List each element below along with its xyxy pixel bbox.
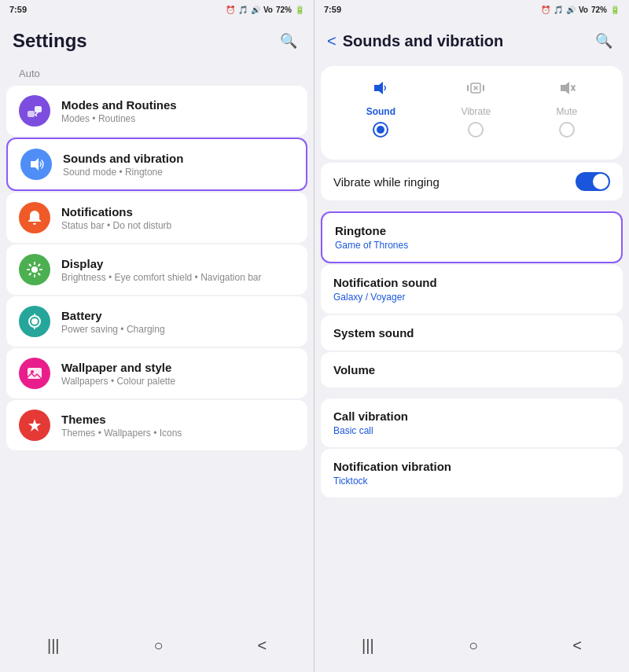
wallpaper-text: Wallpaper and style Wallpapers • Colour … [61,361,295,387]
sound-mode-card: Sound Vibrate [321,66,623,160]
sound-tab-sound-radio [373,122,388,138]
auto-item: Auto [6,63,307,84]
search-button[interactable]: 🔍 [276,28,301,53]
sidebar-item-wallpaper[interactable]: Wallpaper and style Wallpapers • Colour … [6,348,307,398]
sound-tab-mute[interactable]: Mute [557,79,578,138]
back-button[interactable]: < [327,32,337,50]
display-subtitle: Brightness • Eye comfort shield • Naviga… [61,272,295,283]
notifications-subtitle: Status bar • Do not disturb [61,220,295,231]
battery-icon [19,306,50,337]
sound-tab-vibrate-radio [468,122,484,138]
svg-line-6 [30,265,31,266]
sounds-subtitle: Sound mode • Ringtone [63,167,293,178]
nav-home-left[interactable]: ○ [138,632,178,659]
battery-text: Battery Power saving • Charging [61,309,295,335]
sounds-title: Sounds and vibration [63,152,293,165]
sounds-text: Sounds and vibration Sound mode • Ringto… [63,152,293,178]
display-text: Display Brightness • Eye comfort shield … [61,257,295,283]
sound-tab-sound[interactable]: Sound [366,79,395,138]
svg-marker-21 [561,82,569,94]
themes-icon [19,409,50,441]
sound-tab-vibrate-label: Vibrate [461,106,491,117]
nav-menu-right[interactable]: ||| [346,632,390,659]
sound-mode-tabs: Sound Vibrate [333,79,610,138]
notifications-icon [19,202,50,233]
sounds-content: Sound Vibrate [314,60,629,624]
svg-marker-14 [28,419,41,431]
svg-line-8 [39,265,40,266]
notification-vibration-item[interactable]: Notification vibration Ticktock [321,449,623,498]
svg-point-1 [31,266,38,273]
display-icon [19,254,50,285]
bottom-nav-right: ||| ○ < [314,624,629,672]
sidebar-item-notifications[interactable]: Notifications Status bar • Do not distur… [6,193,307,243]
settings-panel: 7:59 ⏰ 🎵 🔊 Vo 72% 🔋 Settings 🔍 Auto [0,0,314,672]
sounds-panel: 7:59 ⏰ 🎵 🔊 Vo 72% 🔋 < Sounds and vibrati… [314,0,629,672]
sidebar-item-modes[interactable]: Modes and Routines Modes • Routines [6,86,307,136]
svg-line-9 [30,274,31,275]
sidebar-item-themes[interactable]: Themes Themes • Wallpapers • Icons [6,400,307,450]
sound-tab-sound-label: Sound [366,106,395,117]
status-icons-right: ⏰ 🎵 🔊 Vo 72% 🔋 [541,6,620,14]
ringtone-subtitle: Game of Thrones [335,240,609,251]
settings-header: Settings 🔍 [0,19,314,60]
sound-tab-vibrate-icon [466,79,485,101]
call-vibration-title: Call vibration [333,409,610,423]
status-bar-right: 7:59 ⏰ 🎵 🔊 Vo 72% 🔋 [314,0,629,19]
volume-item[interactable]: Volume [321,352,623,387]
sound-tab-sound-icon [371,79,390,101]
modes-title: Modes and Routines [61,98,295,112]
nav-home-right[interactable]: ○ [453,632,494,659]
notifications-title: Notifications [61,205,295,218]
notification-sound-item[interactable]: Notification sound Galaxy / Voyager [321,265,623,314]
bottom-nav-left: ||| ○ < [0,624,314,672]
svg-line-7 [39,274,40,275]
vibrate-toggle[interactable] [576,172,610,191]
system-sound-item[interactable]: System sound [321,315,623,351]
notification-vibration-subtitle: Ticktock [333,476,610,487]
svg-point-11 [31,318,38,325]
settings-list: Auto Modes and Routines Modes • Routines [0,60,314,624]
battery-subtitle: Power saving • Charging [61,324,295,335]
status-icons-left: ⏰ 🎵 🔊 Vo 72% 🔋 [226,6,304,14]
svg-marker-0 [31,158,39,171]
wallpaper-subtitle: Wallpapers • Colour palette [61,376,295,387]
nav-back-left[interactable]: < [241,632,282,659]
call-vibration-item[interactable]: Call vibration Basic call [321,398,623,447]
ringtone-item[interactable]: Ringtone Game of Thrones [321,211,623,263]
notification-sound-title: Notification sound [333,276,610,289]
sounds-panel-title: Sounds and vibration [343,32,585,50]
notification-vibration-title: Notification vibration [333,460,610,473]
wallpaper-icon [19,358,50,389]
sound-tab-vibrate[interactable]: Vibrate [461,79,491,138]
nav-back-right[interactable]: < [557,632,598,659]
vibrate-while-ringing-label: Vibrate while ringing [333,175,440,189]
sidebar-item-sounds[interactable]: Sounds and vibration Sound mode • Ringto… [6,138,307,191]
modes-icon [19,95,50,127]
volume-title: Volume [333,363,610,376]
status-bar-left: 7:59 ⏰ 🎵 🔊 Vo 72% 🔋 [0,0,314,19]
notifications-text: Notifications Status bar • Do not distur… [61,205,295,231]
modes-text: Modes and Routines Modes • Routines [61,98,295,124]
sounds-icon [20,149,52,180]
battery-title: Battery [61,309,295,322]
nav-menu-left[interactable]: ||| [31,632,75,659]
notification-sound-subtitle: Galaxy / Voyager [333,292,610,303]
themes-subtitle: Themes • Wallpapers • Icons [61,428,295,439]
time-left: 7:59 [9,5,27,14]
sounds-search-button[interactable]: 🔍 [591,28,616,53]
vibrate-while-ringing-row[interactable]: Vibrate while ringing [321,163,623,200]
display-title: Display [61,257,295,270]
wallpaper-title: Wallpaper and style [61,361,295,374]
time-right: 7:59 [324,5,341,14]
settings-title: Settings [13,30,87,52]
sound-tab-mute-radio [559,122,575,138]
sidebar-item-battery[interactable]: Battery Power saving • Charging [6,296,307,347]
sound-tab-mute-label: Mute [557,106,578,117]
system-sound-title: System sound [333,326,610,340]
call-vibration-subtitle: Basic call [333,425,610,436]
ringtone-title: Ringtone [335,224,609,237]
themes-text: Themes Themes • Wallpapers • Icons [61,413,295,439]
sidebar-item-display[interactable]: Display Brightness • Eye comfort shield … [6,244,307,295]
themes-title: Themes [61,413,295,426]
